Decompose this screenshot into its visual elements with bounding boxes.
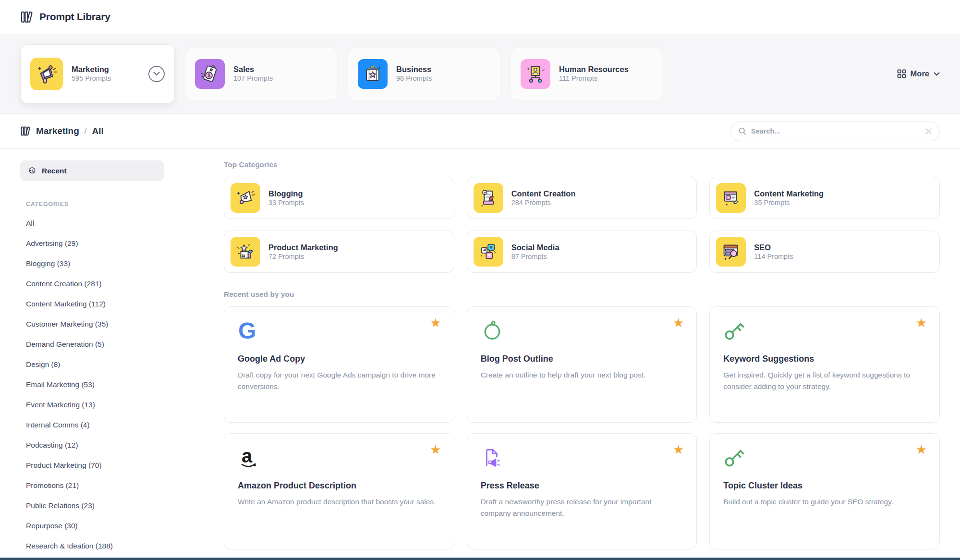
categories-section-label: CATEGORIES [26,201,164,207]
more-categories-button[interactable]: More [897,69,940,78]
top-category-count: 284 Prompts [511,199,551,207]
favorite-star-icon[interactable]: ★ [916,443,927,456]
prompt-card-keyword-suggestions[interactable]: ★ Keyword Suggestions Get inspired. Quic… [709,306,940,423]
sidebar-item-research-ideation[interactable]: Research & Ideation (188) [20,536,164,556]
top-category-count: 114 Prompts [754,253,793,260]
chat-bubbles-icon: # ♥ [474,237,503,267]
search-box[interactable] [730,122,940,141]
svg-text:♥: ♥ [487,252,490,258]
category-card-count: 595 Prompts [72,74,111,82]
sidebar-item-blogging[interactable]: Blogging (33) [20,254,164,274]
prompt-title: Blog Post Outline [481,354,683,364]
top-category-card-content-marketing[interactable]: Content Marketing 35 Prompts [709,177,940,219]
open-box-star-icon [231,237,260,267]
sidebar-item-advertising[interactable]: Advertising (29) [20,233,164,254]
prompt-card-blog-post-outline[interactable]: ★ Blog Post Outline Create an outline to… [467,306,697,423]
top-category-count: 72 Prompts [268,253,304,260]
search-icon [738,127,747,135]
category-card-business[interactable]: Business 98 Prompts [348,47,500,101]
prompt-title: Amazon Product Description [238,481,440,491]
sidebar-item-promotions[interactable]: Promotions (21) [20,475,164,496]
google-logo-icon: G [238,319,440,344]
category-list: All Advertising (29) Blogging (33) Conte… [20,213,164,556]
price-tag-icon: $ [195,59,225,89]
key-icon [723,446,926,471]
category-card-sales[interactable]: $ Sales 107 Prompts [185,47,338,101]
chevron-down-icon [934,72,940,76]
breadcrumb: Marketing / All [20,126,104,136]
sidebar-item-product-marketing[interactable]: Product Marketing (70) [20,455,164,475]
recent-used-title: Recent used by you [224,290,940,299]
favorite-star-icon[interactable]: ★ [673,317,684,329]
recent-prompts-grid: G ★ Google Ad Copy Draft copy for your n… [224,306,940,549]
sidebar-item-all[interactable]: All [20,213,164,233]
category-card-label: Sales [233,65,254,73]
prompt-title: Google Ad Copy [238,354,440,364]
briefcase-star-icon [358,59,388,89]
top-category-label: Product Marketing [268,243,338,252]
category-card-count: 111 Prompts [559,74,597,82]
favorite-star-icon[interactable]: ★ [430,443,441,456]
prompt-description: Build out a topic cluster to guide your … [723,496,925,508]
loop-circle-icon [481,319,683,344]
sidebar-item-demand-generation[interactable]: Demand Generation (5) [20,334,164,354]
prompt-card-amazon-product-description[interactable]: a ★ Amazon Product Description Write an … [224,433,454,549]
top-category-label: SEO [754,243,771,252]
sidebar-item-customer-marketing[interactable]: Customer Marketing (35) [20,314,164,334]
svg-text:G: G [238,319,256,342]
sidebar-item-email-marketing[interactable]: Email Marketing (53) [20,375,164,395]
top-category-label: Blogging [268,189,303,198]
history-icon [27,166,36,175]
prompt-card-google-ad-copy[interactable]: G ★ Google Ad Copy Draft copy for your n… [224,306,454,423]
prompt-description: Get inspired. Quickly get a list of keyw… [723,369,925,392]
window-bottom-edge [0,558,960,560]
top-category-card-product-marketing[interactable]: Product Marketing 72 Prompts [224,231,454,273]
top-category-label: Content Creation [511,189,576,198]
app-header: Prompt Library [0,0,960,34]
category-card-marketing[interactable]: Marketing 595 Prompts [20,44,175,104]
sidebar-item-content-marketing[interactable]: Content Marketing (112) [20,294,164,314]
sidebar-item-recent[interactable]: Recent [20,160,164,181]
breadcrumb-section[interactable]: Marketing [36,126,79,136]
grid-icon [897,69,906,78]
breadcrumb-row: Marketing / All [0,114,960,149]
breadcrumb-separator: / [85,126,87,136]
favorite-star-icon[interactable]: ★ [916,317,927,329]
sidebar-item-event-marketing[interactable]: Event Marketing (13) [20,395,164,415]
prompt-card-topic-cluster-ideas[interactable]: ★ Topic Cluster Ideas Build out a topic … [709,433,940,549]
collapse-chevron-button[interactable] [148,66,165,82]
category-card-label: Human Resources [559,65,629,73]
svg-text:$: $ [207,73,210,78]
library-icon [20,126,31,136]
category-card-label: Marketing [72,65,109,73]
top-category-card-content-creation[interactable]: Content Creation 284 Prompts [467,177,697,219]
search-input[interactable] [751,127,921,135]
category-card-count: 98 Prompts [396,74,432,82]
top-category-card-social-media[interactable]: # ♥ Social Media 87 Prompts [467,231,697,273]
sidebar-item-content-creation[interactable]: Content Creation (281) [20,274,164,294]
megaphone-icon [30,58,63,90]
sidebar-item-repurpose[interactable]: Repurpose (30) [20,516,164,536]
sidebar-item-internal-comms[interactable]: Internal Comms (4) [20,415,164,435]
key-icon [723,319,926,344]
favorite-star-icon[interactable]: ★ [673,443,684,456]
megaphone-star-icon [231,183,260,213]
svg-text:#: # [490,244,493,250]
more-label: More [911,69,929,78]
top-category-card-blogging[interactable]: Blogging 33 Prompts [224,177,454,219]
category-card-count: 107 Prompts [233,74,273,82]
prompt-description: Draft a newsworthy press release for you… [481,496,682,519]
content-area: Top Categories Blogging 33 Prom [224,160,940,556]
sidebar-item-podcasting[interactable]: Podcasting (12) [20,435,164,455]
org-chart-icon [521,59,550,89]
favorite-star-icon[interactable]: ★ [430,317,441,329]
document-quill-icon [474,183,503,213]
sidebar-item-public-relations[interactable]: Public Relations (23) [20,496,164,516]
top-category-count: 35 Prompts [754,199,790,207]
top-category-card-seo[interactable]: SEO 114 Prompts [709,231,940,273]
clear-search-icon[interactable] [925,128,932,135]
sidebar-item-design[interactable]: Design (8) [20,354,164,375]
prompt-description: Create an outline to help draft your nex… [481,369,682,381]
prompt-card-press-release[interactable]: ★ Press Release Draft a newsworthy press… [467,433,697,549]
category-card-human-resources[interactable]: Human Resources 111 Prompts [510,47,663,101]
